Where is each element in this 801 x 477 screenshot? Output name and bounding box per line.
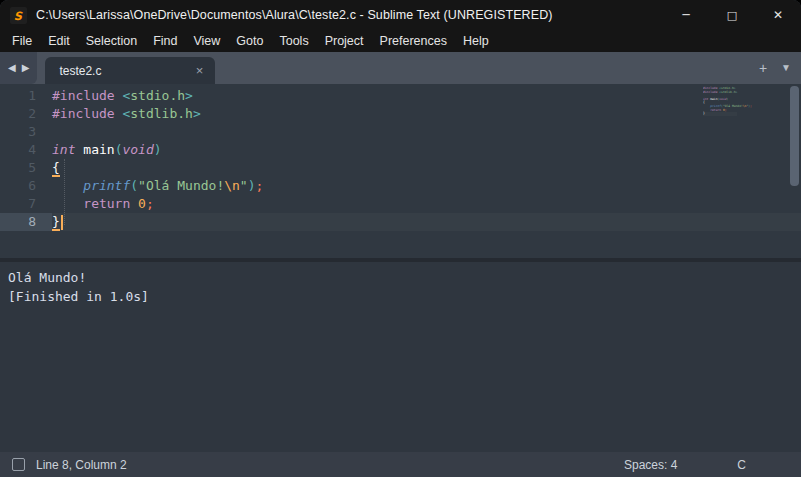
code-text: return 0; [52, 195, 801, 213]
menu-view[interactable]: View [185, 32, 228, 50]
code-token: #include [52, 88, 115, 103]
editor-scrollbar[interactable] [789, 84, 799, 258]
code-line: 3 [0, 123, 801, 141]
next-tab-icon[interactable]: ▶ [22, 63, 30, 73]
status-square-icon[interactable] [12, 458, 25, 471]
line-number: 3 [0, 123, 52, 141]
line-number: 7 [0, 195, 52, 213]
text-cursor [61, 215, 63, 230]
code-token: return [83, 196, 130, 211]
tab-nav-arrows: ◀ ▶ [0, 52, 37, 84]
maximize-button[interactable]: □ [709, 0, 755, 30]
title-bar: S C:\Users\Larissa\OneDrive\Documentos\A… [0, 0, 801, 30]
code-editor[interactable]: 1#include <stdio.h>2#include <stdlib.h>3… [0, 84, 801, 258]
build-output-panel[interactable]: Olá Mundo! [Finished in 1.0s] [0, 262, 801, 452]
output-line: [Finished in 1.0s] [8, 287, 793, 306]
menu-help[interactable]: Help [455, 32, 497, 50]
syntax-setting[interactable]: C [737, 458, 746, 472]
code-token: ) [248, 178, 256, 193]
code-line: 4int main(void) [0, 141, 801, 159]
svg-text:S: S [14, 9, 23, 22]
code-token: ; [256, 178, 264, 193]
status-right: Spaces: 4 C [624, 458, 801, 472]
code-token: ) [154, 142, 162, 157]
sublime-text-window: S C:\Users\Larissa\OneDrive\Documentos\A… [0, 0, 801, 477]
code-text: { [52, 159, 801, 177]
new-tab-icon[interactable]: + [759, 61, 767, 75]
menu-bar: File Edit Selection Find View Goto Tools… [0, 30, 801, 52]
tab-teste2-c[interactable]: teste2.c × [45, 57, 215, 84]
code-text: #include <stdlib.h> [52, 105, 801, 123]
line-number: 8 [0, 213, 52, 231]
menu-find[interactable]: Find [145, 32, 185, 50]
indent-guide [64, 159, 65, 225]
menu-project[interactable]: Project [317, 32, 372, 50]
code-token: > [193, 106, 201, 121]
line-number: 6 [0, 177, 52, 195]
code-token: \n [224, 178, 240, 193]
code-token: stdlib.h [130, 106, 193, 121]
code-token: > [185, 88, 193, 103]
menu-selection[interactable]: Selection [78, 32, 145, 50]
menu-tools[interactable]: Tools [271, 32, 316, 50]
code-line: 1#include <stdio.h> [0, 87, 801, 105]
code-token: "Olá Mundo! [138, 178, 224, 193]
menu-edit[interactable]: Edit [40, 32, 78, 50]
code-token: ; [146, 196, 154, 211]
code-token: " [240, 178, 248, 193]
cursor-position: Line 8, Column 2 [36, 458, 127, 472]
scrollbar-thumb[interactable] [790, 86, 799, 186]
tab-label: teste2.c [59, 64, 193, 78]
code-text [52, 123, 801, 141]
line-number: 4 [0, 141, 52, 159]
line-number: 5 [0, 159, 52, 177]
code-token: int [52, 142, 75, 157]
code-text: #include <stdio.h> [52, 87, 801, 105]
status-left: Line 8, Column 2 [0, 458, 127, 472]
line-number: 1 [0, 87, 52, 105]
code-token [130, 196, 138, 211]
code-token: { [52, 160, 60, 177]
code-token: ( [130, 178, 138, 193]
code-token: stdio.h [130, 88, 185, 103]
code-text: } [52, 213, 801, 231]
code-text: int main(void) [52, 141, 801, 159]
tab-overflow-icon[interactable]: ▼ [781, 63, 791, 73]
menu-file[interactable]: File [4, 32, 40, 50]
sublime-logo-icon: S [10, 7, 27, 24]
code-token [52, 196, 83, 211]
code-token: printf [83, 178, 130, 193]
prev-tab-icon[interactable]: ◀ [8, 63, 16, 73]
code-line: 8} [0, 213, 801, 231]
status-bar: Line 8, Column 2 Spaces: 4 C [0, 452, 801, 477]
code-line: 2#include <stdlib.h> [0, 105, 801, 123]
indent-setting[interactable]: Spaces: 4 [624, 458, 677, 472]
tab-bar: ◀ ▶ teste2.c × + ▼ [0, 52, 801, 84]
minimize-button[interactable]: ─ [663, 0, 709, 30]
close-button[interactable]: ✕ [755, 0, 801, 30]
code-line: 5{ [0, 159, 801, 177]
code-text: printf("Olá Mundo!\n"); [52, 177, 801, 195]
output-line: Olá Mundo! [8, 268, 793, 287]
line-number: 2 [0, 105, 52, 123]
window-controls: ─ □ ✕ [663, 0, 801, 30]
code-token [52, 178, 83, 193]
code-token: 0 [138, 196, 146, 211]
code-token: #include [52, 106, 115, 121]
menu-preferences[interactable]: Preferences [372, 32, 455, 50]
tab-actions: + ▼ [759, 52, 791, 84]
code-line: 7 return 0; [0, 195, 801, 213]
code-token: void [122, 142, 153, 157]
code-token: main [83, 142, 114, 157]
code-token: } [52, 214, 60, 231]
window-title: C:\Users\Larissa\OneDrive\Documentos\Alu… [36, 8, 663, 22]
code-lines: 1#include <stdio.h>2#include <stdlib.h>3… [0, 87, 801, 231]
code-line: 6 printf("Olá Mundo!\n"); [0, 177, 801, 195]
tab-close-icon[interactable]: × [194, 64, 206, 77]
menu-goto[interactable]: Goto [228, 32, 271, 50]
